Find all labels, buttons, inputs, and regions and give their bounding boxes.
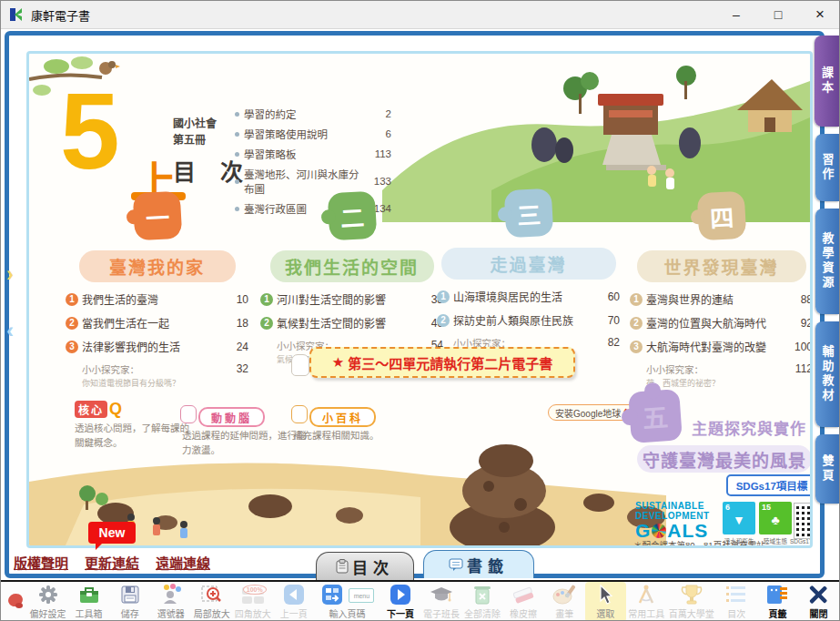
lesson-item[interactable]: 2當我們生活在一起18 (66, 315, 248, 331)
prev-arrow-icon[interactable]: ‹ (3, 320, 17, 343)
link-remote[interactable]: 遠端連線 (156, 553, 210, 572)
link-update[interactable]: 更新連結 (85, 553, 139, 572)
lesson-item[interactable]: 3法律影響我們的生活24 (66, 339, 248, 354)
tab-workbook[interactable]: 習作 (815, 134, 839, 201)
class-leader-button[interactable]: 電子班長 (420, 582, 461, 621)
number-picker-button[interactable]: 選號器 (150, 582, 191, 621)
unit-1: 一 臺灣我的家 1我們生活的臺灣10 2當我們生活在一起18 3法律影響我們的生… (64, 192, 250, 389)
lesson-item[interactable]: 1山海環境與居民的生活60 (437, 289, 620, 304)
eraser-icon (511, 584, 535, 606)
robot-mascot-icon (291, 405, 308, 423)
person-picker-icon (160, 584, 182, 606)
stamp-icon (5, 591, 25, 613)
explorer-row[interactable]: 小小探究家：112 (646, 362, 813, 376)
intro-item[interactable]: 學習策略板113 (235, 147, 391, 161)
unit-1-title: 臺灣我的家 (79, 250, 236, 282)
unit-5-subtitle: 守護臺灣最美的風景 (637, 445, 812, 473)
close-app-button[interactable]: 關閉 (798, 582, 839, 621)
preferences-button[interactable]: 偏好設定 (27, 582, 68, 621)
next-page-button[interactable]: 下一頁 (380, 582, 420, 621)
prev-page-button[interactable]: 上一頁 (273, 582, 314, 621)
minimize-button[interactable]: – (715, 1, 757, 28)
lesson-number: 3 (66, 341, 78, 353)
unit-1-badge: 一 (132, 191, 182, 241)
sdgs-footnote: ＊配合課本第80、81頁社會充電站。 (633, 538, 774, 548)
lesson-item[interactable]: 2探訪史前人類與原住民族70 (437, 312, 620, 328)
unit-3-badge: 三 (503, 188, 553, 239)
close-x-icon (807, 584, 829, 606)
q-icon: Q (109, 400, 122, 419)
eraser-button[interactable]: 橡皮擦 (503, 582, 544, 621)
lesson-item[interactable]: 1臺灣與世界的連結88 (630, 291, 813, 307)
lesson-number: 2 (630, 317, 643, 330)
legend-wiki-desc: 補充課程相關知識。 (293, 429, 425, 443)
floppy-icon (120, 584, 140, 606)
lesson-item[interactable]: 1河川對生活空間的影響38 (260, 291, 443, 307)
trash-bin-icon (473, 584, 491, 606)
explorer-row[interactable]: 小小探究家：32 (82, 362, 248, 376)
side-tab-strip: 課本 習作 教學資源 輔助教材 雙頁 (815, 34, 839, 544)
save-button[interactable]: 儲存 (109, 582, 150, 621)
graduation-cap-icon (430, 584, 453, 606)
compass-icon (635, 584, 657, 606)
grade-number: 5 (60, 77, 120, 185)
lesson-number: 2 (437, 314, 450, 327)
tab-bookmark[interactable]: 書籤 (423, 550, 534, 578)
magnifier-plus-icon (201, 584, 223, 606)
gear-icon (37, 584, 59, 606)
next-arrow-icon[interactable]: › (3, 263, 17, 287)
lesson-item[interactable]: 2氣候對生活空間的影響46 (260, 315, 443, 331)
notice-banner: ★ 第三～四單元請執行第二片電子書 (309, 347, 575, 378)
menu-box-icon: menu (349, 588, 374, 603)
zoom-region-button[interactable]: 局部放大 (191, 582, 232, 621)
lesson-number: 3 (630, 341, 643, 353)
tab-double-page[interactable]: 雙頁 (815, 434, 839, 504)
bookmark-icon (449, 558, 463, 572)
link-copyright[interactable]: 版權聲明 (14, 553, 68, 572)
book-page: 5 上 國小社會 第五冊 目 次 學習的約定2 學習策略使用說明6 學習策略板1… (26, 51, 813, 548)
new-badge: New (88, 522, 136, 544)
clipboard-icon (336, 559, 349, 574)
qr-caption: SDGs17項目標 (787, 536, 813, 545)
explorer-note: 荷、西城堡的祕密？ (646, 377, 813, 389)
window-title: 康軒電子書 (31, 6, 90, 24)
qr-code (794, 504, 813, 538)
lesson-item[interactable]: 3大航海時代對臺灣的改變100 (630, 339, 813, 354)
zoom-reset-button[interactable]: 100% 四角放大 (232, 582, 273, 621)
intro-item[interactable]: 學習的約定2 (235, 107, 391, 121)
tree-icon: ♣ (759, 513, 792, 527)
pen-button[interactable]: 畫筆 (544, 582, 585, 621)
toolbox-button[interactable]: 工具箱 (68, 582, 109, 621)
bullet-icon (235, 152, 239, 157)
tabbed-book-icon (765, 584, 789, 606)
page-tabs-button[interactable]: 頁籤 (757, 582, 798, 621)
tab-teaching-resources[interactable]: 教學資源 (815, 209, 839, 314)
tab-supplementary[interactable]: 輔助教材 (815, 321, 839, 427)
tab-toc[interactable]: 目次 (316, 552, 414, 580)
sdgs-button[interactable]: SDGs17項目標 (726, 474, 813, 496)
bullet-icon (235, 132, 239, 137)
toc-button[interactable]: 目次 (716, 582, 757, 621)
unit-3: 三 走過臺灣 1山海環境與居民的生活60 2探訪史前人類與原住民族70 小小探究… (435, 189, 622, 362)
tab-textbook[interactable]: 課本 (815, 36, 839, 127)
select-button[interactable]: 選取 (585, 582, 626, 621)
unit-2-title: 我們生活的空間 (270, 250, 434, 282)
close-button[interactable]: × (799, 1, 840, 28)
lesson-number: 1 (260, 293, 273, 306)
stamp-tool[interactable] (3, 582, 27, 621)
quiz-game-button[interactable]: 百萬大學堂 (667, 582, 716, 621)
footer-links: 版權聲明 更新連結 遠端連線 (14, 553, 210, 572)
lesson-item[interactable]: 1我們生活的臺灣10 (66, 291, 248, 307)
lesson-item[interactable]: 2臺灣的位置與大航海時代92 (630, 315, 813, 331)
trophy-icon (681, 584, 703, 606)
legend-wiki-tag: 小百科 (309, 407, 376, 427)
legend-core-tag: 核心Q (75, 400, 122, 419)
clear-all-button[interactable]: 全部清除 (462, 582, 503, 621)
maximize-button[interactable]: □ (757, 1, 799, 28)
app-window: { "window": { "title": "康軒電子書", "control… (0, 0, 840, 621)
common-tools-button[interactable]: 常用工具 (626, 582, 667, 621)
toolbox-icon (78, 584, 100, 606)
input-page-button[interactable]: menu 輸入頁碼 (314, 582, 380, 621)
unit-5-badge: 五 (628, 389, 683, 443)
intro-item[interactable]: 學習策略使用說明6 (235, 127, 391, 141)
